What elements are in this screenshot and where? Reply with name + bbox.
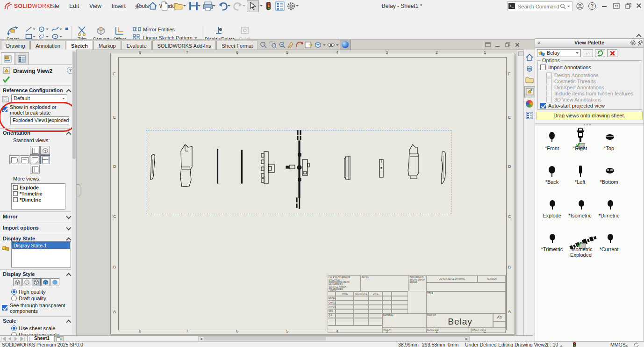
status-tag-icon[interactable] [634,342,639,347]
open-caret[interactable] [183,5,186,8]
search-caret[interactable] [567,6,570,8]
file-properties-button[interactable] [275,1,285,11]
mirror-chevron[interactable] [66,214,71,219]
close-button[interactable] [637,3,641,8]
view-settings-button[interactable] [340,40,351,51]
panel-scrollbar[interactable] [72,50,76,335]
view-palette-tab-button[interactable] [524,86,536,98]
rebuild-traffic-light-icon[interactable] [266,2,271,10]
view-thumb-top[interactable] [604,133,615,142]
display-state-listbox[interactable]: Display State-1 [11,241,71,267]
reference-configuration-chevron[interactable] [66,89,71,94]
display-style-chevron[interactable] [66,273,71,278]
save-button[interactable] [188,1,199,11]
design-library-tab-icon[interactable] [525,65,534,73]
section-view-icon[interactable] [287,41,294,49]
exploded-view-dropdown[interactable]: Exploded View1|exploded [10,116,69,124]
spline-tool-icon[interactable] [51,26,59,32]
trimetric-view-checkbox[interactable] [13,191,18,196]
high-quality-label[interactable]: High quality [19,289,45,295]
clear-palette-button[interactable] [607,49,617,57]
draft-quality-radio[interactable] [11,296,17,301]
view-thumb-back[interactable] [547,165,557,177]
view-thumb-right[interactable] [575,127,586,143]
use-custom-scale-label[interactable]: Use custom scale [19,332,59,335]
circle-tool-caret[interactable] [46,29,49,31]
pane-pin-icon[interactable] [637,40,643,46]
wireframe-style-button[interactable] [13,278,22,286]
use-sheet-scale-label[interactable]: Use sheet scale [19,325,55,331]
save-caret[interactable] [198,5,200,8]
view-label-isometric-exploded[interactable]: *Isometric Exploded [566,246,596,258]
view-thumb-front[interactable] [547,131,557,143]
menu-insert[interactable]: Insert [107,0,131,12]
home-tab-icon[interactable] [525,53,534,62]
circle-tool-icon[interactable] [38,26,45,32]
view-left-button[interactable] [9,155,19,164]
sheet-properties-icon[interactable] [305,41,313,49]
view-top-button[interactable] [20,155,29,164]
reference-configuration-header[interactable]: Reference Configuration [3,87,63,93]
see-through-checkbox[interactable] [2,305,7,311]
minimize-button[interactable] [602,6,607,7]
use-sheet-scale-radio[interactable] [11,325,17,331]
view-label-left[interactable]: *Left [566,179,594,185]
draft-quality-label[interactable]: Draft quality [19,296,46,301]
view-label-dimetric[interactable]: *Dimetric [594,213,624,218]
browse-button[interactable]: ... [583,49,593,57]
open-button[interactable] [173,1,184,11]
status-scale-caret[interactable] [560,344,563,347]
file-explorer-tab-icon[interactable] [525,76,534,84]
orientation-header[interactable]: Orientation [3,130,30,136]
hidden-lines-removed-button[interactable] [32,278,41,286]
tab-evaluate[interactable]: Evaluate [122,41,152,50]
use-custom-scale-radio[interactable] [11,332,17,335]
dimetric-view-checkbox[interactable] [13,197,18,202]
view-label-right[interactable]: *Right [566,145,594,151]
orientation-chevron[interactable] [66,131,71,137]
search-input[interactable] [517,2,560,10]
mirror-entities-label[interactable]: Mirror Entities [143,27,175,32]
sheet-hscrollbar[interactable] [198,336,470,341]
mirror-entities-icon[interactable] [133,26,141,32]
property-manager-tab[interactable] [15,52,29,65]
line-tool-caret[interactable] [33,29,36,31]
see-through-label[interactable]: See through transparent components [10,303,72,314]
tab-markup[interactable]: Markup [93,41,121,50]
import-annotations-label[interactable]: Import Annotations [548,65,591,70]
exploded-state-label[interactable]: Show in exploded or model break state [10,104,72,116]
help-icon[interactable]: ? [588,2,596,10]
hidden-lines-visible-button[interactable] [22,278,31,286]
hide-show-items-icon[interactable] [327,41,335,49]
rectangle-tool-icon[interactable] [25,34,32,39]
print-caret[interactable] [213,5,215,8]
display-style-header[interactable]: Display Style [3,271,35,277]
search-icon[interactable] [560,3,566,9]
zoom-in-out-icon[interactable] [279,41,286,49]
pane-options-gear-icon[interactable] [630,40,636,46]
tab-drawing[interactable]: Drawing [1,41,30,50]
rotate-view-icon[interactable] [295,41,303,49]
explode-view-label[interactable]: Explode [20,185,39,190]
ok-check-icon[interactable] [2,76,10,83]
mirror-header[interactable]: Mirror [3,214,18,219]
auto-start-checkbox[interactable] [540,103,546,108]
trimetric-view-label[interactable]: *Trimetric [20,191,42,196]
refresh-button[interactable] [595,49,605,57]
view-label-front[interactable]: *Front [538,145,566,151]
child-minimize-icon[interactable] [495,46,500,47]
login-user-icon[interactable] [576,2,584,10]
view-bottom-button[interactable] [30,165,40,174]
graphics-area[interactable]: 8 7 6 5 4 3 2 1 8 7 6 5 4 3 2 1 F E D C … [76,50,523,336]
sheet1-tab-label[interactable]: Sheet1 [34,336,50,341]
dimetric-view-label[interactable]: *Dimetric [20,197,41,202]
configuration-dropdown[interactable]: Default [11,94,67,102]
child-restore-icon[interactable] [505,42,510,47]
palette-document-dropdown[interactable]: Belay [537,49,581,57]
pin-menu-icon[interactable] [135,3,141,9]
status-units[interactable]: MMGS [610,342,626,347]
undo-caret[interactable] [228,5,230,8]
import-options-header[interactable]: Import options [3,225,39,231]
child-maximize-icon[interactable] [485,42,491,47]
more-views-listbox[interactable]: Explode *Trimetric *Dimetric [11,183,65,210]
